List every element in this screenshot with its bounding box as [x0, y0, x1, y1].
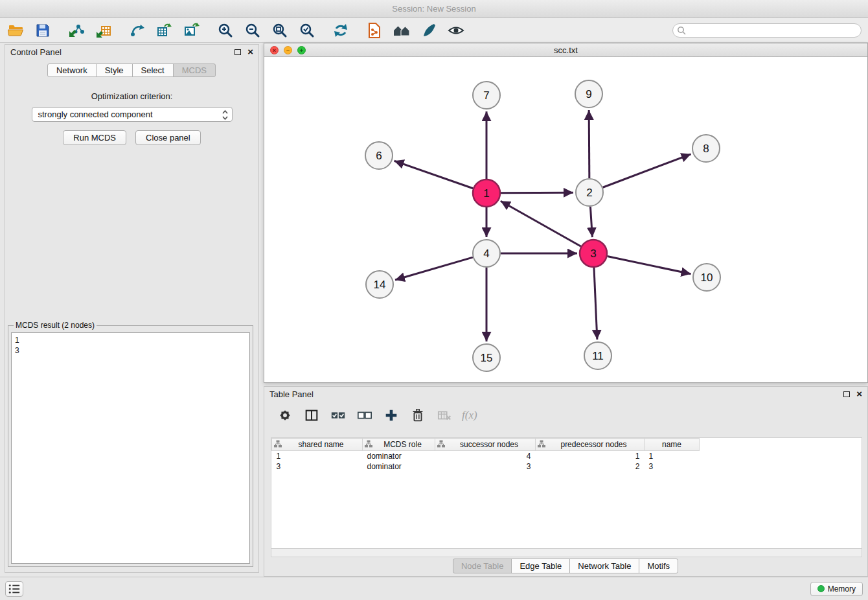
memory-button[interactable]: Memory — [810, 582, 863, 596]
graph-edge-1-6[interactable] — [394, 161, 474, 188]
run-mcds-button[interactable]: Run MCDS — [63, 130, 126, 145]
cell-predecessor-nodes[interactable]: 1 — [536, 451, 645, 461]
cell-name[interactable]: 3 — [645, 461, 700, 472]
zoom-fit-icon[interactable] — [271, 21, 289, 40]
network-canvas[interactable]: 7968124314101511 — [264, 57, 867, 382]
graph-edge-2-3[interactable] — [590, 207, 592, 237]
cell-mcds-role[interactable]: dominator — [363, 461, 435, 472]
float-panel-icon[interactable] — [234, 49, 241, 55]
graph-edge-2-8[interactable] — [603, 154, 691, 187]
column-header-predecessor-nodes[interactable]: predecessor nodes — [536, 439, 645, 451]
cell-shared-name[interactable]: 3 — [272, 461, 363, 472]
overview-homes-icon[interactable] — [393, 21, 411, 40]
export-network-icon[interactable] — [128, 21, 146, 40]
graph-edge-4-14[interactable] — [395, 257, 473, 280]
table-row[interactable]: 1 dominator 4 1 1 — [272, 451, 700, 461]
graph-node-label: 3 — [590, 248, 596, 260]
cell-shared-name[interactable]: 1 — [272, 451, 363, 461]
control-panel-header: Control Panel × — [5, 45, 258, 59]
graph-edge-3-1[interactable] — [501, 201, 581, 246]
memory-label: Memory — [828, 584, 856, 594]
cell-successor-nodes[interactable]: 3 — [435, 461, 536, 472]
column-header-shared-name[interactable]: shared name — [272, 439, 363, 451]
mcds-result-list[interactable]: 1 3 — [11, 332, 250, 564]
float-table-panel-icon[interactable] — [843, 391, 850, 397]
graph-node-label: 15 — [481, 352, 493, 364]
minimize-window-icon[interactable]: − — [284, 46, 292, 54]
search-input[interactable] — [672, 23, 862, 38]
tab-network[interactable]: Network — [47, 63, 97, 77]
export-table-icon[interactable] — [155, 21, 174, 40]
status-bar: Memory — [0, 577, 868, 600]
cell-mcds-role[interactable]: dominator — [363, 451, 435, 461]
cell-name[interactable]: 1 — [645, 451, 700, 461]
maximize-window-icon[interactable]: + — [297, 46, 306, 54]
refresh-layout-icon[interactable] — [332, 21, 350, 40]
tab-edge-table[interactable]: Edge Table — [511, 559, 570, 573]
task-history-icon[interactable] — [5, 581, 23, 597]
graph-node-label: 9 — [586, 88, 591, 100]
horizontal-scrollbar[interactable] — [271, 549, 862, 557]
tab-select[interactable]: Select — [132, 63, 174, 77]
criterion-select[interactable]: strongly connected component — [32, 107, 233, 122]
graph-node-9[interactable]: 9 — [575, 80, 602, 108]
show-hide-eye-icon[interactable] — [447, 21, 465, 40]
import-table-icon[interactable] — [95, 21, 113, 40]
graph-node-3[interactable]: 3 — [580, 240, 607, 267]
graph-edge-3-11[interactable] — [594, 268, 597, 340]
close-window-icon[interactable]: × — [270, 46, 279, 54]
search-field — [672, 23, 862, 38]
save-session-icon[interactable] — [34, 21, 52, 40]
close-panel-button[interactable]: Close panel — [135, 130, 201, 145]
export-image-icon[interactable] — [183, 21, 201, 40]
graph-node-label: 1 — [483, 187, 489, 200]
style-brush-icon[interactable] — [420, 21, 438, 40]
zoom-selected-icon[interactable] — [298, 21, 316, 40]
graph-node-14[interactable]: 14 — [366, 271, 393, 298]
graph-edge-1-2[interactable] — [501, 192, 573, 193]
mcds-result-item: 3 — [15, 345, 246, 356]
open-folder-icon[interactable] — [6, 21, 25, 40]
zoom-out-icon[interactable] — [244, 21, 262, 40]
tab-motifs[interactable]: Motifs — [639, 559, 678, 573]
add-row-icon[interactable] — [382, 406, 400, 424]
graph-node-7[interactable]: 7 — [473, 82, 500, 109]
graph-node-15[interactable]: 15 — [473, 344, 500, 371]
network-window-titlebar[interactable]: × − + scc.txt — [264, 43, 867, 57]
graph-node-1[interactable]: 1 — [473, 179, 500, 207]
graph-edge-2-9[interactable] — [589, 110, 589, 178]
tab-style[interactable]: Style — [96, 63, 133, 77]
session-titlebar: Session: New Session — [0, 0, 868, 18]
columns-icon[interactable] — [303, 406, 321, 424]
graph-node-10[interactable]: 10 — [693, 264, 720, 291]
graph-node-4[interactable]: 4 — [473, 240, 500, 267]
delete-row-trash-icon[interactable] — [409, 406, 427, 424]
column-header-name[interactable]: name — [645, 439, 700, 451]
cell-predecessor-nodes[interactable]: 2 — [536, 461, 645, 472]
cell-successor-nodes[interactable]: 4 — [435, 451, 536, 461]
clear-table-icon — [435, 406, 453, 424]
column-tree-icon — [274, 440, 282, 450]
column-tree-icon — [365, 440, 372, 450]
table-toolbar: f(x) — [264, 401, 867, 430]
column-header-successor-nodes[interactable]: successor nodes — [435, 439, 536, 451]
import-network-icon[interactable] — [67, 21, 86, 40]
graph-node-2[interactable]: 2 — [576, 179, 603, 206]
graph-node-6[interactable]: 6 — [365, 142, 393, 169]
column-header-mcds-role[interactable]: MCDS role — [363, 439, 435, 451]
select-all-checkboxes-icon[interactable] — [329, 406, 347, 424]
tab-node-table[interactable]: Node Table — [453, 559, 512, 573]
graph-node-11[interactable]: 11 — [584, 342, 611, 369]
network-file-icon[interactable] — [365, 21, 383, 40]
zoom-in-icon[interactable] — [216, 21, 234, 40]
graph-node-8[interactable]: 8 — [692, 135, 720, 162]
close-panel-icon[interactable]: × — [247, 48, 253, 56]
close-table-panel-icon[interactable]: × — [856, 390, 862, 398]
table-row[interactable]: 3 dominator 3 2 3 — [272, 461, 700, 472]
tab-network-table[interactable]: Network Table — [569, 559, 639, 573]
mcds-result-item: 1 — [15, 335, 246, 345]
deselect-all-checkboxes-icon[interactable] — [356, 406, 374, 424]
gear-icon[interactable] — [276, 406, 294, 424]
tab-mcds[interactable]: MCDS — [173, 63, 216, 77]
graph-edge-3-10[interactable] — [608, 257, 691, 274]
